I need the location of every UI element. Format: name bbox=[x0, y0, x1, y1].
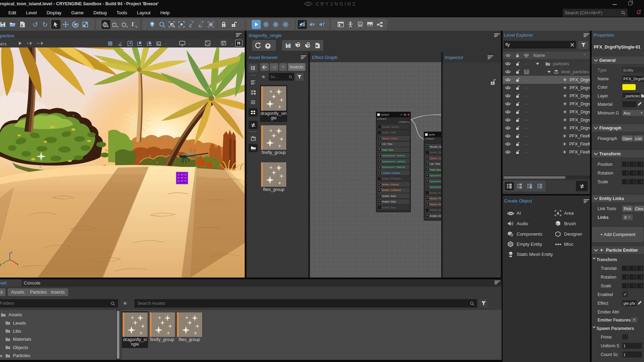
name-input[interactable]: PFX_DrgnF bbox=[622, 76, 644, 82]
feature-checkbox[interactable] bbox=[426, 163, 429, 165]
location-pin-icon[interactable] bbox=[148, 20, 157, 29]
visibility-eye-icon[interactable] bbox=[503, 126, 513, 130]
history-dropdown-icon[interactable]: ▼ bbox=[279, 63, 287, 71]
menu-game[interactable]: Game bbox=[66, 10, 88, 15]
view-details-icon[interactable] bbox=[249, 78, 258, 87]
enabled-checkbox[interactable]: ✓ bbox=[622, 291, 628, 297]
expand-chevron-icon[interactable] bbox=[531, 71, 551, 73]
select-linked-icon[interactable] bbox=[206, 20, 215, 29]
visibility-eye-icon[interactable] bbox=[503, 118, 513, 122]
level-explorer-menu-icon[interactable] bbox=[584, 34, 589, 37]
character-icon[interactable] bbox=[346, 20, 355, 29]
view-all-layers-icon[interactable] bbox=[515, 182, 524, 190]
view-split-icon[interactable] bbox=[249, 88, 258, 97]
feature-row[interactable]: Appearance: Opacity bbox=[425, 173, 441, 178]
move-tool-icon[interactable] bbox=[61, 20, 70, 29]
snap-object-icon[interactable] bbox=[111, 20, 120, 29]
camera-settings-chevron[interactable]: ⌄ bbox=[229, 40, 236, 46]
view-thumbnails-icon[interactable] bbox=[249, 108, 258, 117]
selection-frame-icon[interactable] bbox=[155, 40, 162, 46]
node-checkbox[interactable] bbox=[425, 133, 428, 136]
ab-search-input[interactable]: Se... bbox=[269, 73, 294, 81]
folder-materials[interactable]: Materials bbox=[0, 335, 115, 343]
favorites-star-icon[interactable]: ★ bbox=[123, 300, 127, 306]
settings-gear-icon[interactable] bbox=[263, 41, 272, 50]
uniform-scale-input[interactable]: 1 bbox=[622, 343, 642, 349]
visibility-eye-icon[interactable] bbox=[503, 102, 513, 106]
prime-checkbox[interactable] bbox=[622, 334, 628, 340]
feature-checkbox[interactable] bbox=[378, 125, 381, 128]
feature-checkbox[interactable] bbox=[426, 214, 429, 217]
back-icon[interactable] bbox=[260, 63, 269, 71]
crumb-forward-icon[interactable] bbox=[0, 288, 6, 296]
unlock-icon[interactable] bbox=[513, 77, 521, 82]
visibility-eye-icon[interactable] bbox=[503, 110, 513, 114]
level-explorer-row[interactable]: -PFX_DrgnFlyS bbox=[503, 100, 590, 108]
view-list-icon[interactable] bbox=[249, 98, 258, 107]
feature-checkbox[interactable] bbox=[378, 137, 381, 140]
create-object-menu-icon[interactable] bbox=[584, 199, 589, 203]
spawn-parameters-subheader[interactable]: Spawn Parameters bbox=[592, 325, 644, 332]
level-explorer-row[interactable]: -PFX_DrgnFlyS bbox=[503, 76, 590, 84]
feature-checkbox[interactable] bbox=[378, 131, 381, 134]
selection-frame-chevron[interactable]: ⌄ bbox=[162, 40, 169, 46]
material-pick-icon[interactable] bbox=[637, 102, 642, 106]
node-header[interactable]: Default✓S bbox=[376, 112, 410, 117]
menu-layout[interactable]: Layout bbox=[132, 10, 155, 15]
entity-links-section-header[interactable]: Entity Links bbox=[592, 195, 644, 202]
angle-snap-icon[interactable] bbox=[117, 40, 124, 46]
level-explorer-row[interactable]: -PFX_FireflyGro bbox=[503, 132, 590, 140]
pe-transform-subheader[interactable]: Transform bbox=[592, 256, 644, 263]
level-explorer-row[interactable]: ?level_particles bbox=[503, 68, 590, 76]
node-visibility-icon[interactable] bbox=[404, 113, 407, 116]
feature-row[interactable]: Render: Sprites bbox=[377, 124, 409, 129]
feature-row[interactable]: Spawn: Rate bbox=[377, 130, 409, 135]
create-area[interactable]: AArea bbox=[554, 209, 573, 217]
save-icon[interactable] bbox=[0, 20, 7, 29]
feature-checkbox[interactable] bbox=[378, 177, 381, 180]
undo-icon[interactable]: ↺ bbox=[31, 20, 40, 29]
director-icon[interactable] bbox=[356, 20, 365, 29]
feature-row[interactable]: Motion: Collisions bbox=[377, 188, 409, 193]
feature-row[interactable]: Appearance: Opacity bbox=[377, 153, 409, 158]
tab-asset-browser[interactable]: Asset Browser bbox=[0, 279, 22, 287]
bottom-menu-icon[interactable] bbox=[495, 281, 500, 285]
column-visibility-icon[interactable] bbox=[503, 54, 513, 57]
clear-button[interactable]: Clea bbox=[634, 206, 644, 212]
snap-pivot-icon[interactable] bbox=[129, 20, 138, 29]
feature-row[interactable]: Field: Size bbox=[377, 147, 409, 152]
feature-checkbox[interactable] bbox=[378, 160, 381, 163]
emitter-features-dropdown[interactable]: ▼ bbox=[631, 317, 637, 323]
layout-icon[interactable] bbox=[336, 20, 345, 29]
pe-translation-fields[interactable] bbox=[622, 266, 643, 271]
column-layer-icon[interactable] bbox=[521, 54, 531, 58]
effect-value[interactable]: gle.pfx bbox=[622, 300, 636, 306]
level-explorer-row[interactable]: -PFX_DrgnFlyS bbox=[503, 124, 590, 132]
open-folder-icon[interactable] bbox=[8, 20, 17, 29]
unlock-icon[interactable] bbox=[513, 102, 521, 106]
feature-row[interactable]: Angles: Align bbox=[377, 193, 409, 198]
feature-row[interactable]: Motion: Physics bbox=[377, 182, 409, 187]
column-name[interactable]: Name bbox=[531, 53, 583, 58]
redo-icon[interactable]: ↻ bbox=[40, 20, 50, 29]
feature-row[interactable]: Angles: Align bbox=[377, 199, 409, 204]
level-explorer-row[interactable]: -PFX_DrgnFlyS bbox=[503, 84, 590, 92]
display-mode-icon[interactable] bbox=[179, 40, 186, 46]
folder-assets[interactable]: Assets bbox=[0, 311, 115, 319]
play-speed-icon[interactable] bbox=[17, 40, 24, 46]
select-single-icon[interactable] bbox=[177, 20, 186, 29]
tab-console[interactable]: Console bbox=[24, 280, 40, 286]
crumb-particles[interactable]: Particles bbox=[27, 288, 50, 296]
effect-pick-icon[interactable] bbox=[637, 301, 642, 305]
unlock-icon[interactable] bbox=[513, 126, 521, 130]
effect-node[interactable]: sprite✓S ParentChildren Render: SpritesS… bbox=[424, 132, 441, 221]
feature-checkbox[interactable] bbox=[378, 189, 381, 192]
crumb-insects[interactable]: insects bbox=[47, 288, 68, 296]
search-assets-input[interactable]: Search Assets bbox=[134, 299, 477, 308]
unlock-icon[interactable] bbox=[513, 150, 521, 154]
position-fields[interactable] bbox=[622, 162, 643, 167]
feature-row[interactable]: Spawn: Count bbox=[377, 136, 409, 141]
scale-snap-icon[interactable] bbox=[126, 40, 133, 46]
material-value[interactable] bbox=[622, 101, 636, 107]
import-file-icon[interactable] bbox=[313, 41, 322, 50]
